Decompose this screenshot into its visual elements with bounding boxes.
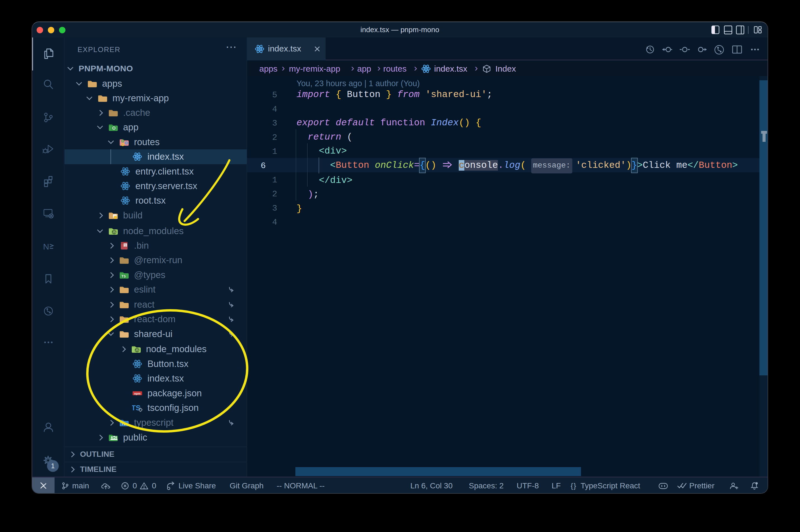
svg-text:TS: TS [121,422,126,426]
svg-text:npm: npm [134,392,140,395]
svg-text:JS: JS [112,230,116,233]
svg-text:N: N [43,242,49,251]
svg-text:JS: JS [135,348,139,352]
svg-text:10: 10 [124,245,127,247]
svg-text:TS: TS [121,274,126,278]
